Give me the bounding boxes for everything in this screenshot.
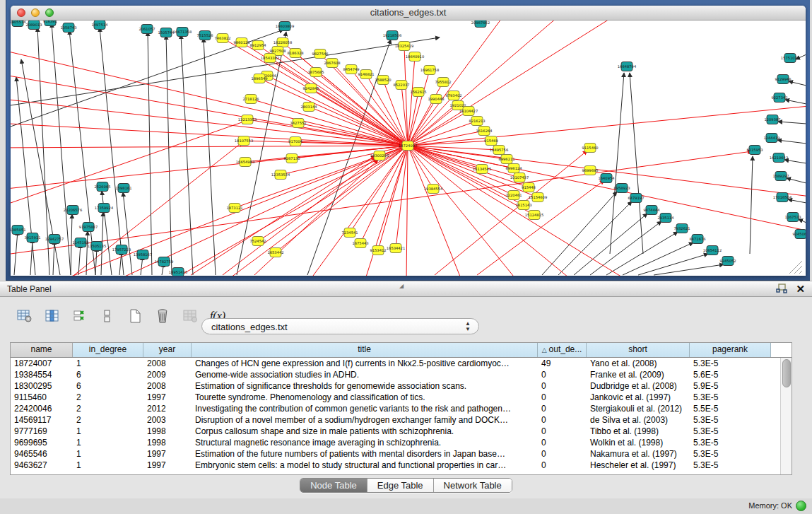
black-edge[interactable]	[71, 214, 72, 275]
graph-node[interactable]: 7515526	[196, 31, 213, 40]
network-graph[interactable]: 7463822986012889129541822605898275088186…	[11, 21, 806, 276]
graph-node[interactable]: 9860128	[233, 38, 249, 47]
column-header-in_degree[interactable]: in_degree	[73, 343, 143, 357]
column-header-year[interactable]: year	[143, 343, 192, 357]
black-edge[interactable]	[787, 178, 806, 183]
column-header-name[interactable]: name	[11, 343, 73, 357]
graph-node[interactable]: 1675443	[352, 239, 368, 248]
black-edge[interactable]	[86, 231, 88, 275]
table-row[interactable]: 911546021997Tourette syndrome. Phenomeno…	[11, 392, 792, 403]
red-edge[interactable]	[223, 158, 377, 275]
table-row[interactable]: 1872400712008Changes of HCN gene express…	[11, 358, 792, 369]
black-edge[interactable]	[784, 160, 806, 163]
graph-node[interactable]: 9827546	[312, 49, 328, 59]
graph-node[interactable]: 6793402	[445, 91, 461, 100]
show-columns-icon[interactable]	[43, 307, 61, 325]
network-canvas[interactable]: 7463822986012889129541822605898275088186…	[11, 21, 806, 276]
graph-node[interactable]: 9245062	[792, 230, 806, 239]
red-edge[interactable]	[267, 76, 408, 146]
graph-node[interactable]: 3915911	[24, 233, 40, 243]
black-edge[interactable]	[558, 201, 632, 275]
tab-edge-table[interactable]: Edge Table	[367, 479, 434, 492]
graph-node[interactable]: 15751074	[781, 54, 800, 63]
red-edge[interactable]	[11, 123, 408, 146]
graph-node[interactable]: 20987662	[471, 21, 490, 28]
table-row[interactable]: 2242004622012Investigating the contribut…	[11, 403, 792, 414]
graph-node[interactable]: 9153412	[370, 246, 386, 255]
graph-node[interactable]: 1358743	[60, 23, 76, 33]
red-edge[interactable]	[408, 146, 482, 169]
graph-node[interactable]: 7234541	[341, 228, 358, 238]
black-edge[interactable]	[777, 140, 806, 144]
graph-node[interactable]: 16210643	[770, 153, 788, 163]
graph-node[interactable]: 1209387	[764, 115, 780, 124]
red-edge[interactable]	[408, 146, 463, 276]
black-edge[interactable]	[785, 100, 806, 104]
black-edge[interactable]	[789, 81, 806, 86]
graph-node[interactable]: 16648794	[618, 62, 637, 71]
tab-node-table[interactable]: Node Table	[300, 479, 367, 492]
graph-node[interactable]: 17359924	[95, 204, 114, 213]
graph-node[interactable]: 1653442	[267, 248, 283, 257]
graph-node[interactable]: 18107553	[235, 136, 253, 146]
graph-node[interactable]: 16961758	[420, 66, 439, 75]
graph-node[interactable]: 9699695	[582, 166, 598, 175]
graph-node[interactable]: 8454749	[343, 65, 359, 74]
memory-status-icon[interactable]	[796, 501, 806, 511]
graph-node[interactable]: 10654112	[703, 246, 722, 255]
graph-node[interactable]: 1145193	[72, 238, 88, 247]
red-edge[interactable]	[259, 78, 408, 146]
black-edge[interactable]	[654, 264, 724, 275]
network-window-titlebar[interactable]: citations_edges.txt	[11, 6, 806, 21]
graph-node[interactable]: 2220461	[505, 191, 522, 200]
graph-node[interactable]: 7955812	[435, 78, 451, 87]
red-edge[interactable]	[110, 146, 408, 276]
graph-node[interactable]: 1505744	[158, 28, 175, 37]
red-edge[interactable]	[408, 21, 505, 146]
column-header-short[interactable]: short	[587, 343, 690, 357]
black-edge[interactable]	[100, 28, 124, 275]
table-row[interactable]: 1938455462009Genome-wide association stu…	[11, 369, 792, 380]
graph-node[interactable]: 2935114	[657, 214, 674, 223]
graph-node[interactable]: 8216213	[469, 117, 485, 126]
graph-node[interactable]: 7524542	[249, 237, 266, 246]
red-edge[interactable]	[406, 146, 408, 276]
table-settings-icon[interactable]	[16, 307, 34, 325]
resize-grip[interactable]	[799, 271, 802, 274]
graph-node[interactable]: 91975887	[79, 223, 98, 232]
black-edge[interactable]	[788, 199, 806, 203]
new-table-icon[interactable]	[126, 307, 144, 325]
select-columns-icon[interactable]	[71, 307, 89, 325]
red-edge[interactable]	[364, 146, 408, 276]
import-table-icon[interactable]	[181, 307, 199, 325]
graph-node[interactable]: 16534421	[387, 244, 405, 253]
graph-node[interactable]: 6996124	[505, 164, 522, 173]
vertical-scrollbar[interactable]	[780, 358, 792, 474]
graph-node[interactable]: 2867608	[324, 59, 340, 68]
black-edge[interactable]	[610, 73, 624, 254]
graph-node[interactable]: 1589297	[772, 172, 789, 181]
black-edge[interactable]	[148, 32, 152, 275]
black-edge[interactable]	[750, 156, 753, 254]
graph-node[interactable]: 8471676	[689, 235, 705, 244]
graph-node[interactable]: 19218506	[383, 31, 401, 40]
red-edge[interactable]	[408, 146, 632, 276]
graph-node[interactable]: 15154609	[529, 193, 547, 202]
graph-node[interactable]: 916391	[43, 21, 57, 26]
graph-node[interactable]: 8522037	[393, 81, 409, 90]
black-edge[interactable]	[799, 219, 806, 223]
graph-node[interactable]: 2061057	[139, 25, 155, 34]
black-edge[interactable]	[123, 192, 132, 275]
graph-node[interactable]: 9146821	[358, 70, 374, 79]
graph-node[interactable]: 917004	[288, 137, 303, 146]
graph-node[interactable]: 18300295	[370, 151, 389, 160]
table-row[interactable]: 1830029562008Estimation of significance …	[11, 380, 792, 392]
red-edge[interactable]	[278, 51, 408, 146]
table-row[interactable]: 946554611997Estimation of the future num…	[11, 448, 792, 460]
network-table-select[interactable]: citations_edges.txt ▲▼	[201, 318, 479, 334]
graph-node[interactable]: 18325419	[395, 42, 413, 51]
red-edge[interactable]	[408, 99, 436, 146]
graph-node[interactable]: 8186328	[287, 49, 303, 58]
tab-network-table[interactable]: Network Table	[434, 479, 512, 492]
graph-node[interactable]: 1990448	[428, 95, 444, 104]
